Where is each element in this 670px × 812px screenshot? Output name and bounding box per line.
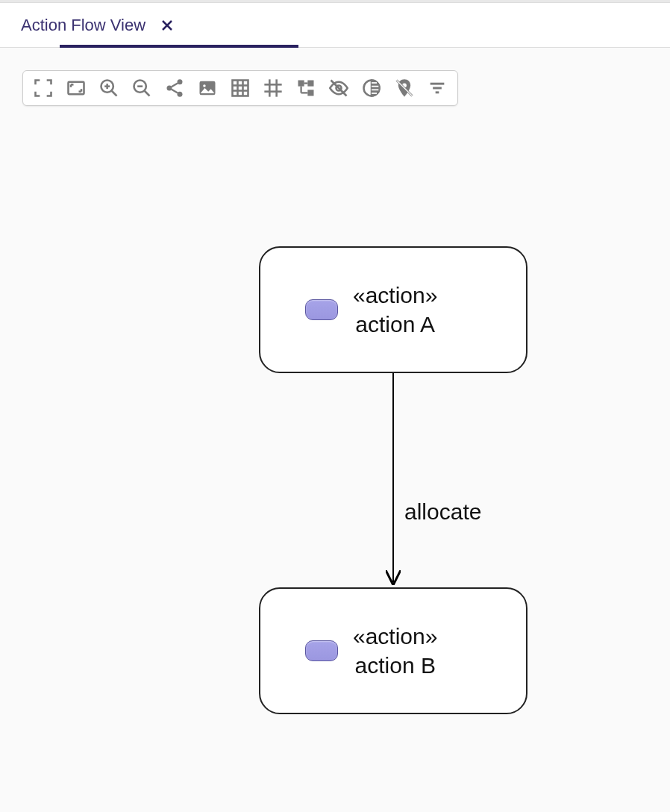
node-stereotype: «action»	[353, 622, 437, 651]
svg-line-13	[172, 84, 178, 87]
location-off-icon[interactable]	[393, 77, 416, 99]
svg-line-4	[112, 91, 117, 96]
svg-rect-28	[307, 90, 313, 96]
svg-rect-26	[298, 81, 304, 87]
resize-icon[interactable]	[65, 77, 87, 99]
svg-point-11	[167, 86, 172, 91]
node-text: «action» action A	[353, 281, 437, 339]
svg-point-16	[203, 84, 206, 87]
svg-point-10	[178, 79, 183, 84]
svg-line-8	[145, 91, 150, 96]
action-node-icon	[305, 640, 338, 661]
zoom-out-icon[interactable]	[131, 77, 153, 99]
edge-label-allocate[interactable]: allocate	[404, 499, 481, 525]
tab-action-flow-view[interactable]: Action Flow View	[0, 3, 189, 47]
image-icon[interactable]	[196, 77, 219, 99]
svg-point-12	[178, 92, 183, 97]
node-name: action A	[355, 310, 435, 339]
node-stereotype: «action»	[353, 281, 437, 310]
action-node-icon	[305, 299, 338, 320]
node-action-a[interactable]: «action» action A	[259, 246, 527, 373]
tab-bar: Action Flow View	[0, 3, 670, 48]
zoom-in-icon[interactable]	[98, 77, 120, 99]
diagram-canvas[interactable]: «action» action A «action» action B allo…	[0, 106, 670, 806]
svg-rect-27	[307, 81, 313, 87]
filter-icon[interactable]	[426, 77, 448, 99]
snap-grid-icon[interactable]	[262, 77, 284, 99]
grid-icon[interactable]	[229, 77, 251, 99]
node-text: «action» action B	[353, 622, 437, 680]
node-action-b[interactable]: «action» action B	[259, 587, 527, 714]
hierarchy-icon[interactable]	[295, 77, 317, 99]
toolbar	[22, 70, 458, 106]
contrast-icon[interactable]	[360, 77, 383, 99]
svg-rect-2	[69, 82, 84, 94]
share-icon[interactable]	[163, 77, 186, 99]
node-name: action B	[355, 651, 436, 680]
close-icon[interactable]	[160, 19, 174, 32]
svg-line-14	[172, 90, 178, 93]
svg-rect-17	[233, 81, 248, 96]
tab-label: Action Flow View	[21, 16, 145, 35]
hide-icon[interactable]	[328, 77, 350, 99]
fit-to-screen-icon[interactable]	[32, 77, 54, 99]
